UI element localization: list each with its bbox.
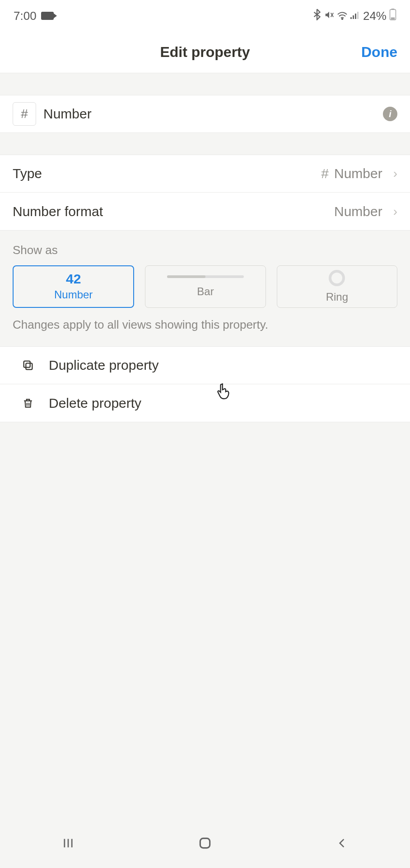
recents-button[interactable]: [59, 834, 77, 852]
battery-icon: [389, 9, 396, 24]
format-value: Number: [334, 204, 382, 219]
format-label: Number format: [13, 204, 334, 219]
option-bar-label: Bar: [197, 285, 214, 298]
home-button[interactable]: [196, 834, 214, 852]
duplicate-property-button[interactable]: Duplicate property: [0, 346, 410, 384]
delete-property-button[interactable]: Delete property: [0, 384, 410, 422]
bar-preview-icon: [167, 275, 244, 278]
option-ring-label: Ring: [326, 291, 348, 303]
info-icon[interactable]: i: [383, 107, 397, 121]
svg-rect-9: [391, 17, 395, 19]
page-title: Edit property: [160, 44, 250, 61]
show-as-ring[interactable]: Ring: [277, 265, 397, 308]
option-number-preview: 42: [66, 272, 81, 286]
status-time: 7:00: [14, 9, 37, 23]
show-as-helper-text: Changes apply to all views showing this …: [0, 315, 410, 346]
property-name-input[interactable]: Number: [43, 106, 383, 122]
show-as-options: 42 Number Bar Ring: [0, 265, 410, 315]
svg-rect-3: [350, 17, 352, 19]
status-bar: 7:00 24%: [0, 0, 410, 32]
delete-label: Delete property: [49, 396, 141, 411]
duplicate-label: Duplicate property: [49, 358, 158, 373]
svg-rect-5: [355, 14, 356, 19]
property-name-row[interactable]: # Number i: [0, 95, 410, 133]
svg-rect-15: [200, 838, 210, 848]
spacer: [0, 73, 410, 95]
property-type-icon[interactable]: #: [13, 102, 36, 126]
type-label: Type: [13, 166, 321, 181]
trash-icon: [19, 397, 37, 410]
svg-rect-10: [26, 363, 32, 369]
svg-rect-6: [357, 12, 359, 19]
type-row[interactable]: Type # Number ›: [0, 155, 410, 193]
recording-icon: [41, 12, 54, 20]
show-as-bar[interactable]: Bar: [145, 265, 266, 308]
mute-icon: [324, 9, 334, 23]
chevron-right-icon: ›: [393, 204, 397, 219]
svg-rect-4: [353, 15, 354, 19]
spacer: [0, 133, 410, 155]
number-format-row[interactable]: Number format Number ›: [0, 193, 410, 231]
chevron-right-icon: ›: [393, 166, 397, 181]
show-as-number[interactable]: 42 Number: [13, 265, 134, 308]
svg-point-2: [342, 18, 343, 19]
option-number-label: Number: [54, 288, 93, 301]
signal-icon: [350, 9, 360, 23]
svg-rect-11: [24, 361, 30, 368]
done-button[interactable]: Done: [361, 44, 397, 61]
hash-icon: #: [321, 166, 329, 181]
ring-preview-icon: [329, 270, 345, 286]
app-header: Edit property Done: [0, 32, 410, 73]
type-value: Number: [334, 166, 382, 181]
duplicate-icon: [19, 359, 37, 372]
show-as-label: Show as: [0, 231, 410, 265]
back-button[interactable]: [333, 834, 351, 852]
wifi-icon: [337, 9, 348, 23]
system-nav-bar: [0, 818, 410, 868]
bluetooth-icon: [312, 9, 321, 24]
battery-percent: 24%: [363, 9, 387, 23]
